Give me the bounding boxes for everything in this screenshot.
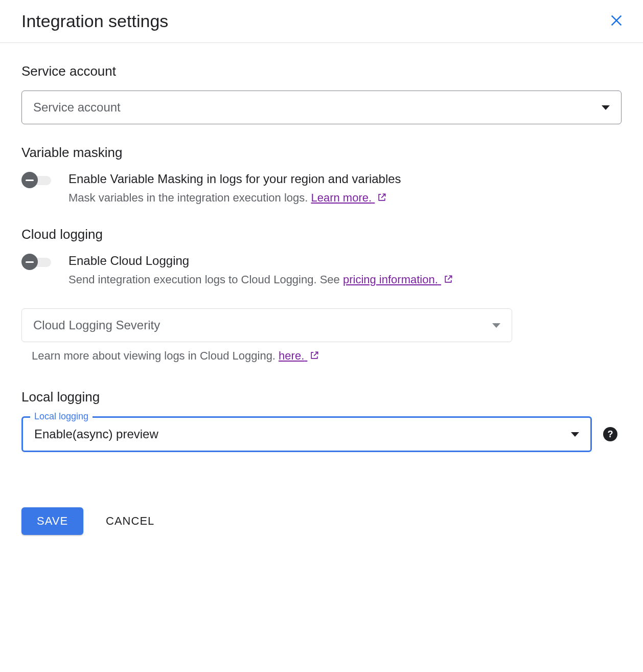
dialog-footer: SAVE CANCEL xyxy=(21,507,622,535)
local-logging-floating-label: Local logging xyxy=(30,411,93,422)
service-account-placeholder: Service account xyxy=(33,100,121,115)
external-link-icon xyxy=(377,192,387,203)
help-icon[interactable]: ? xyxy=(603,427,617,441)
toggle-knob xyxy=(21,254,38,270)
helper-prefix: Learn more about viewing logs in Cloud L… xyxy=(32,349,279,362)
local-logging-value: Enable(async) preview xyxy=(34,427,158,441)
chevron-down-icon xyxy=(492,323,500,328)
variable-masking-toggle[interactable] xyxy=(21,174,55,186)
cloud-logging-row: Enable Cloud Logging Send integration ex… xyxy=(21,254,622,288)
cloud-logging-severity-select[interactable]: Cloud Logging Severity xyxy=(21,308,512,342)
close-icon[interactable] xyxy=(609,12,624,31)
dialog-header: Integration settings xyxy=(0,0,643,43)
learn-more-text: Learn more. xyxy=(311,191,372,204)
cloud-logging-heading: Cloud logging xyxy=(21,227,622,242)
variable-masking-label: Enable Variable Masking in logs for your… xyxy=(68,172,622,186)
variable-masking-learn-more-link[interactable]: Learn more. xyxy=(311,191,387,204)
variable-masking-desc: Mask variables in the integration execut… xyxy=(68,189,622,206)
variable-masking-desc-text: Mask variables in the integration execut… xyxy=(68,191,311,204)
cloud-logging-desc-text: Send integration execution logs to Cloud… xyxy=(68,273,343,286)
variable-masking-texts: Enable Variable Masking in logs for your… xyxy=(68,172,622,206)
pricing-link-text: pricing information. xyxy=(343,273,438,286)
service-account-select[interactable]: Service account xyxy=(21,91,622,124)
dialog-title: Integration settings xyxy=(21,11,168,31)
cancel-button[interactable]: CANCEL xyxy=(106,514,154,528)
cloud-logging-here-link[interactable]: here. xyxy=(279,349,319,362)
cloud-logging-helper: Learn more about viewing logs in Cloud L… xyxy=(21,349,622,363)
pricing-information-link[interactable]: pricing information. xyxy=(343,273,453,286)
cloud-logging-texts: Enable Cloud Logging Send integration ex… xyxy=(68,254,622,288)
local-logging-select[interactable]: Local logging Enable(async) preview xyxy=(21,416,592,452)
toggle-knob xyxy=(21,172,38,188)
variable-masking-row: Enable Variable Masking in logs for your… xyxy=(21,172,622,206)
cloud-logging-toggle[interactable] xyxy=(21,256,55,268)
severity-placeholder: Cloud Logging Severity xyxy=(33,318,160,332)
external-link-icon xyxy=(443,274,453,284)
service-account-heading: Service account xyxy=(21,63,622,79)
dialog-content: Service account Service account Variable… xyxy=(0,43,643,555)
here-link-text: here. xyxy=(279,349,304,362)
external-link-icon xyxy=(309,350,319,361)
local-logging-heading: Local logging xyxy=(21,389,622,405)
chevron-down-icon xyxy=(571,432,579,437)
save-button[interactable]: SAVE xyxy=(21,507,83,535)
chevron-down-icon xyxy=(602,105,610,110)
cloud-logging-label: Enable Cloud Logging xyxy=(68,254,622,268)
local-logging-row: Local logging Enable(async) preview ? xyxy=(21,416,622,452)
cloud-logging-desc: Send integration execution logs to Cloud… xyxy=(68,271,622,288)
variable-masking-heading: Variable masking xyxy=(21,145,622,161)
